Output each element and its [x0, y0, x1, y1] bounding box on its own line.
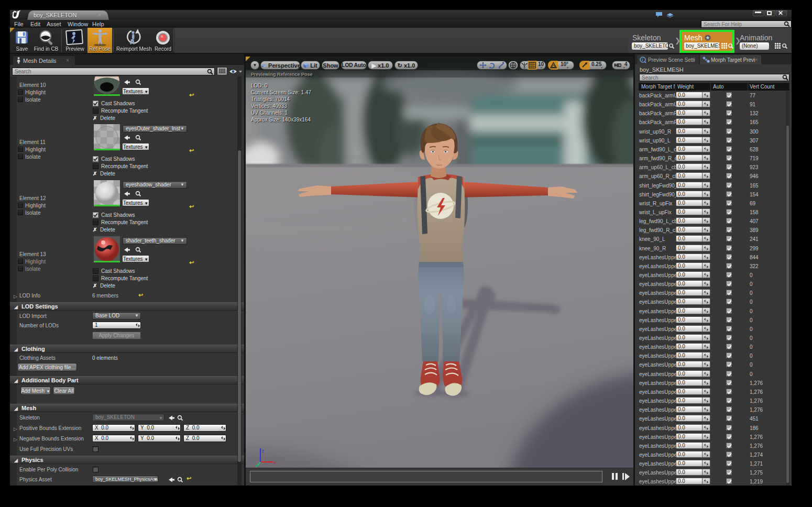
svg-text:z: z	[262, 448, 265, 454]
svg-text:x: x	[273, 460, 276, 465]
svg-text:i: i	[642, 58, 643, 62]
